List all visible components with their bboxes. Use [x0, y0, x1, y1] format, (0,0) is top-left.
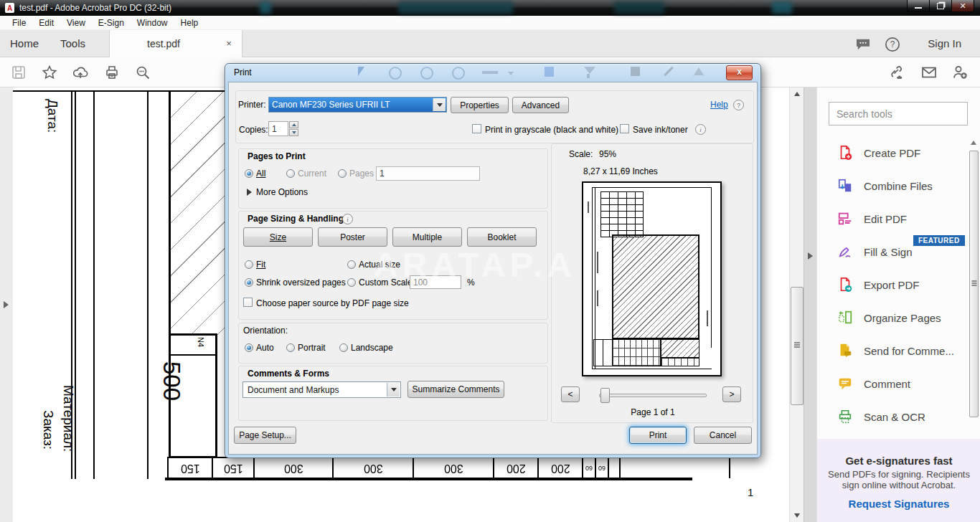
size-button[interactable]: Size [243, 227, 313, 247]
menu-file[interactable]: File [6, 16, 32, 30]
advanced-button[interactable]: Advanced [512, 97, 569, 113]
scrollbar-thumb[interactable] [969, 151, 979, 417]
cloud-upload-icon[interactable] [72, 64, 89, 81]
envelope-icon[interactable] [920, 64, 938, 81]
dropdown-arrow-icon[interactable] [433, 98, 446, 111]
tool-item-organize-pages[interactable]: Organize Pages [817, 301, 968, 334]
add-user-icon[interactable] [951, 64, 969, 81]
actual-size-label[interactable]: Actual size [359, 260, 400, 270]
tool-item-export-pdf[interactable]: Export PDF [817, 268, 968, 301]
prev-page-button[interactable]: < [561, 386, 580, 402]
portrait-radio[interactable] [286, 343, 295, 352]
paper-source-checkbox[interactable] [243, 298, 253, 307]
comments-forms-select[interactable]: Document and Markups [242, 381, 401, 398]
doc-cell-500: 500 [158, 361, 185, 401]
scroll-up-icon[interactable] [968, 136, 979, 149]
pages-radio[interactable] [338, 169, 347, 178]
panel-scrollbar[interactable] [968, 136, 979, 488]
menu-window[interactable]: Window [131, 16, 174, 30]
scroll-down-icon[interactable] [790, 509, 804, 522]
dropdown-arrow-icon[interactable] [387, 383, 400, 397]
print-icon[interactable] [103, 64, 121, 81]
document-scrollbar[interactable] [789, 87, 804, 522]
right-panel-toggle-icon[interactable] [808, 252, 813, 260]
custom-scale-radio[interactable] [347, 278, 356, 287]
menu-help[interactable]: Help [174, 16, 205, 30]
landscape-label[interactable]: Landscape [351, 343, 393, 353]
page-slider-thumb[interactable] [600, 388, 610, 403]
auto-label[interactable]: Auto [256, 343, 274, 353]
minimize-button[interactable] [907, 0, 930, 12]
tab-document[interactable]: test.pdf × [109, 30, 242, 57]
page-setup-button[interactable]: Page Setup... [234, 427, 296, 444]
landscape-radio[interactable] [339, 343, 348, 352]
left-panel-toggle-icon[interactable] [4, 301, 9, 308]
share-link-icon[interactable] [887, 64, 905, 81]
tool-item-edit-pdf[interactable]: Edit PDF [817, 202, 968, 235]
search-input[interactable] [829, 102, 968, 125]
tab-home[interactable]: Home [10, 30, 39, 57]
multiple-button[interactable]: Multiple [392, 227, 462, 247]
portrait-label[interactable]: Portrait [298, 343, 326, 353]
summarize-comments-button[interactable]: Summarize Comments [407, 381, 504, 398]
properties-button[interactable]: Properties [451, 97, 509, 113]
menu-esign[interactable]: E-Sign [92, 16, 131, 30]
tool-item-send-for-comments[interactable]: Send for Comme... [817, 334, 968, 367]
copies-stepper[interactable] [289, 121, 298, 136]
next-page-button[interactable]: > [722, 386, 741, 402]
pages-label[interactable]: Pages [349, 169, 374, 179]
print-button[interactable]: Print [629, 427, 687, 444]
restore-button[interactable] [929, 0, 952, 12]
current-label[interactable]: Current [298, 169, 326, 179]
copies-label: Copies: [239, 125, 268, 135]
cancel-button[interactable]: Cancel [694, 427, 752, 444]
all-radio[interactable] [245, 169, 253, 178]
poster-button[interactable]: Poster [318, 227, 387, 247]
shrink-radio[interactable] [245, 278, 253, 287]
more-options-arrow-icon[interactable] [247, 189, 252, 196]
grayscale-checkbox[interactable] [472, 124, 481, 133]
info-icon[interactable] [695, 124, 706, 135]
menu-edit[interactable]: Edit [32, 16, 60, 30]
tool-item-create-pdf[interactable]: Create PDF [817, 136, 968, 169]
dialog-close-button[interactable] [726, 65, 753, 80]
copies-input[interactable] [268, 121, 288, 136]
scrollbar-thumb[interactable] [791, 287, 804, 405]
auto-radio[interactable] [245, 343, 253, 352]
search-zoom-icon[interactable] [134, 64, 151, 81]
tool-item-scan-ocr[interactable]: Scan & OCR [817, 400, 968, 433]
close-button[interactable]: ✕ [951, 0, 974, 12]
all-label[interactable]: All [256, 169, 265, 179]
spin-up-icon[interactable] [289, 121, 298, 128]
fit-radio[interactable] [245, 260, 253, 269]
menu-view[interactable]: View [60, 16, 92, 30]
star-icon[interactable] [41, 64, 58, 81]
paper-source-label[interactable]: Choose paper source by PDF page size [256, 298, 409, 308]
help-circle-icon[interactable]: ? [885, 37, 900, 52]
fit-label[interactable]: Fit [256, 260, 265, 270]
feedback-bubble-icon[interactable] [855, 38, 871, 51]
help-question-icon[interactable] [733, 100, 744, 110]
tool-item-combine-files[interactable]: Combine Files [817, 169, 968, 202]
spin-down-icon[interactable] [289, 129, 298, 136]
save-icon[interactable] [10, 64, 27, 81]
custom-scale-input[interactable] [410, 275, 461, 289]
printer-select[interactable]: Canon MF230 Series UFRII LT [268, 97, 447, 113]
current-radio[interactable] [286, 169, 295, 178]
booklet-button[interactable]: Booklet [467, 227, 537, 247]
pages-range-input[interactable] [376, 166, 480, 181]
shrink-label[interactable]: Shrink oversized pages [256, 277, 346, 288]
tab-tools[interactable]: Tools [60, 30, 85, 57]
more-options-label[interactable]: More Options [256, 187, 308, 197]
actual-size-radio[interactable] [347, 260, 356, 269]
request-signatures-link[interactable]: Request Signatures [817, 498, 980, 510]
sign-in-button[interactable]: Sign In [928, 30, 961, 57]
tab-close-icon[interactable]: × [223, 38, 235, 49]
info-icon[interactable] [342, 214, 353, 224]
save-ink-checkbox[interactable] [620, 124, 629, 133]
help-link[interactable]: Help [710, 100, 728, 110]
tool-item-comment[interactable]: Comment [817, 367, 968, 400]
scroll-up-icon[interactable] [790, 87, 804, 100]
page-slider-track[interactable] [599, 394, 707, 397]
custom-scale-label[interactable]: Custom Scale: [359, 277, 415, 288]
